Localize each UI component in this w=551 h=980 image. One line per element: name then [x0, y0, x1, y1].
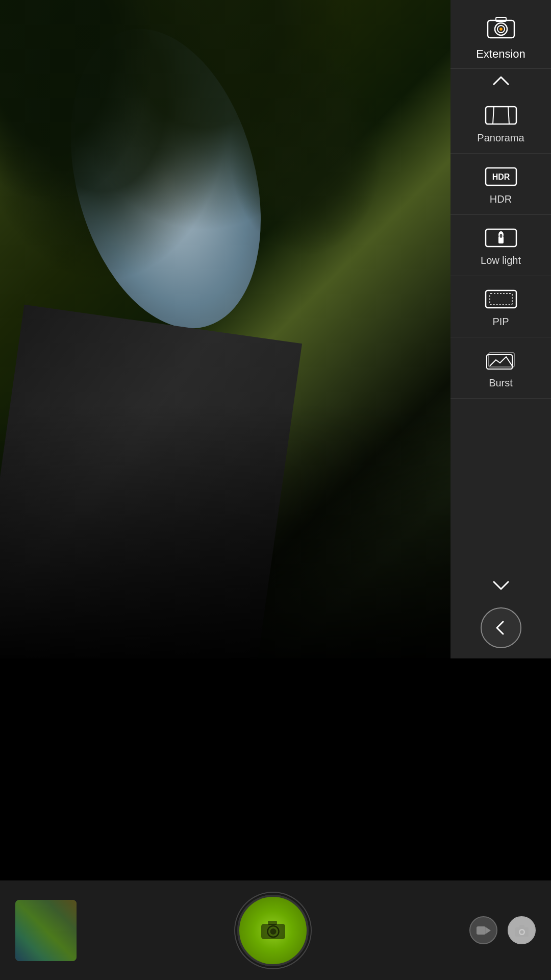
svg-rect-5	[486, 107, 516, 124]
svg-line-7	[508, 107, 509, 124]
pip-icon	[485, 285, 517, 313]
panorama-label: Panorama	[477, 132, 524, 144]
photo-mode-button[interactable]	[508, 916, 536, 944]
svg-rect-14	[486, 290, 516, 308]
sidebar-item-low-light[interactable]: Low light	[450, 215, 551, 276]
svg-line-6	[493, 107, 494, 124]
pip-label: PIP	[492, 316, 509, 328]
collapse-sidebar-button[interactable]	[481, 607, 521, 648]
scroll-down-button[interactable]	[450, 574, 551, 597]
svg-rect-15	[490, 293, 512, 305]
shutter-button[interactable]	[237, 895, 309, 966]
scroll-up-button[interactable]	[450, 69, 551, 92]
extension-label: Extension	[476, 47, 525, 61]
svg-point-4	[499, 28, 503, 31]
svg-rect-25	[519, 925, 524, 928]
svg-rect-19	[268, 921, 277, 925]
bottom-bar	[0, 880, 551, 980]
svg-marker-23	[486, 927, 491, 934]
sidebar-item-hdr[interactable]: HDR HDR	[450, 154, 551, 215]
extension-icon	[483, 9, 519, 45]
camera-viewfinder[interactable]	[0, 0, 450, 658]
mode-sidebar: Extension Panorama HDR HDR	[450, 0, 551, 658]
sidebar-item-burst[interactable]: Burst	[450, 337, 551, 399]
low-light-label: Low light	[481, 255, 521, 266]
hdr-label: HDR	[490, 193, 512, 205]
low-light-icon	[485, 224, 517, 252]
panorama-icon	[485, 102, 517, 129]
burst-icon	[485, 347, 517, 374]
svg-point-21	[270, 928, 276, 935]
svg-text:HDR: HDR	[492, 173, 510, 181]
extension-section[interactable]: Extension	[450, 0, 551, 69]
burst-label: Burst	[489, 377, 513, 389]
svg-point-27	[520, 930, 523, 934]
mode-switches	[469, 916, 536, 944]
sidebar-item-pip[interactable]: PIP	[450, 276, 551, 337]
svg-rect-22	[477, 926, 486, 935]
video-mode-button[interactable]	[469, 916, 497, 944]
hdr-icon: HDR	[485, 163, 517, 190]
sidebar-item-panorama[interactable]: Panorama	[450, 92, 551, 154]
last-photo-thumbnail[interactable]	[15, 900, 77, 961]
svg-point-13	[499, 234, 502, 238]
